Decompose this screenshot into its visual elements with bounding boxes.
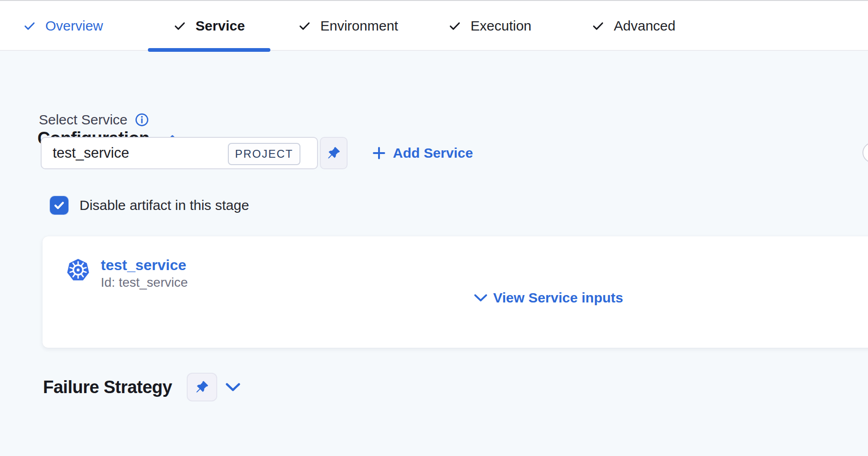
- tab-execution[interactable]: Execution: [448, 1, 532, 51]
- view-service-inputs-label: View Service inputs: [493, 290, 623, 306]
- failure-strategy-pin-button[interactable]: [187, 373, 217, 401]
- service-select-field[interactable]: PROJECT: [41, 137, 318, 169]
- pin-icon: [195, 380, 209, 394]
- pin-icon: [326, 146, 341, 160]
- tab-label: Advanced: [614, 18, 675, 34]
- service-name-link[interactable]: test_service: [101, 257, 186, 274]
- failure-strategy-heading: Failure Strategy: [43, 377, 172, 397]
- select-service-label: Select Service: [39, 112, 128, 128]
- check-icon: [298, 19, 311, 32]
- add-service-button[interactable]: Add Service: [372, 137, 473, 169]
- service-tab-panel: Configuration Select Service PROJECT Add…: [0, 51, 868, 456]
- add-service-label: Add Service: [393, 145, 473, 161]
- check-icon: [23, 19, 36, 32]
- disable-artifact-checkbox[interactable]: [50, 196, 68, 215]
- check-icon: [448, 19, 461, 32]
- check-icon: [173, 19, 186, 32]
- tab-overview[interactable]: Overview: [23, 1, 103, 51]
- info-icon[interactable]: [135, 113, 149, 127]
- tab-label: Service: [196, 18, 245, 34]
- service-id-text: Id: test_service: [101, 275, 188, 290]
- expand-section-chevron-down-icon[interactable]: [225, 382, 241, 392]
- fix-runtime-input-pin-button[interactable]: [320, 137, 348, 169]
- service-card: test_service Id: test_service View Servi…: [43, 236, 868, 348]
- scope-badge: PROJECT: [228, 143, 300, 165]
- check-icon: [592, 19, 605, 32]
- tab-label: Execution: [471, 18, 532, 34]
- tab-service[interactable]: Service: [148, 1, 270, 51]
- tab-environment[interactable]: Environment: [298, 1, 398, 51]
- tab-advanced[interactable]: Advanced: [592, 1, 675, 51]
- tab-label: Overview: [45, 18, 103, 34]
- edge-floating-button[interactable]: [862, 142, 868, 163]
- chevron-down-icon: [474, 293, 488, 302]
- service-select-input[interactable]: [42, 138, 240, 168]
- tab-label: Environment: [320, 18, 398, 34]
- kubernetes-icon: [66, 258, 91, 283]
- view-service-inputs-toggle[interactable]: View Service inputs: [474, 290, 623, 306]
- plus-icon: [372, 146, 386, 160]
- disable-artifact-label: Disable artifact in this stage: [79, 197, 249, 213]
- stage-tab-bar: Overview Service Environment Execution A…: [0, 0, 868, 51]
- checkmark-icon: [53, 199, 65, 211]
